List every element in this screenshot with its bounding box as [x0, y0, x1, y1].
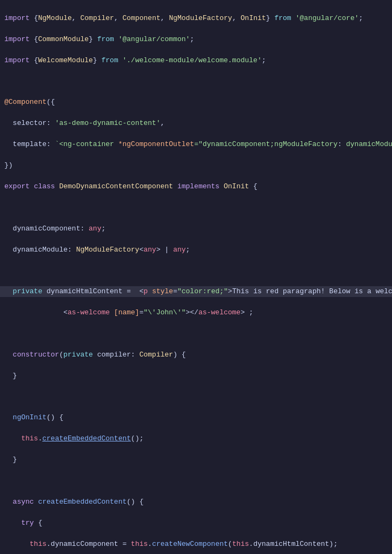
line-15: <as-welcome [name]="\'John\'"></as-welco… — [0, 307, 392, 318]
line-26: this.dynamicComponent = this.createNewCo… — [0, 539, 392, 550]
line-24: async createEmbeddedContent() { — [0, 497, 392, 507]
line-4 — [0, 76, 392, 87]
line-11: dynamicComponent: any; — [0, 223, 392, 234]
line-12: dynamicModule: NgModuleFactory<any> | an… — [0, 245, 392, 255]
line-9: export class DemoDynamicContentComponent… — [0, 181, 392, 192]
line-18: } — [0, 371, 392, 381]
line-14: private dynamicHtmlContent = <p style="c… — [0, 286, 392, 297]
line-17: constructor(private compiler: Compiler) … — [0, 349, 392, 360]
line-25: try { — [0, 518, 392, 529]
line-2: import {CommonModule} from '@angular/com… — [0, 34, 392, 45]
line-19 — [0, 392, 392, 402]
line-20: ngOnInit() { — [0, 412, 392, 423]
line-6: selector: 'as-demo-dynamic-content', — [0, 118, 392, 129]
line-23 — [0, 476, 392, 486]
line-22: } — [0, 454, 392, 465]
line-8: }) — [0, 160, 392, 171]
line-16 — [0, 328, 392, 339]
line-5: @Component({ — [0, 97, 392, 108]
code-editor: import {NgModule, Compiler, Component, N… — [0, 0, 392, 554]
line-1: import {NgModule, Compiler, Component, N… — [0, 13, 392, 24]
line-3: import {WelcomeModule} from './welcome-m… — [0, 55, 392, 66]
line-13 — [0, 266, 392, 276]
line-21: this.createEmbeddedContent(); — [0, 433, 392, 444]
line-10 — [0, 202, 392, 213]
line-7: template: `<ng-container *ngComponentOut… — [0, 139, 392, 150]
